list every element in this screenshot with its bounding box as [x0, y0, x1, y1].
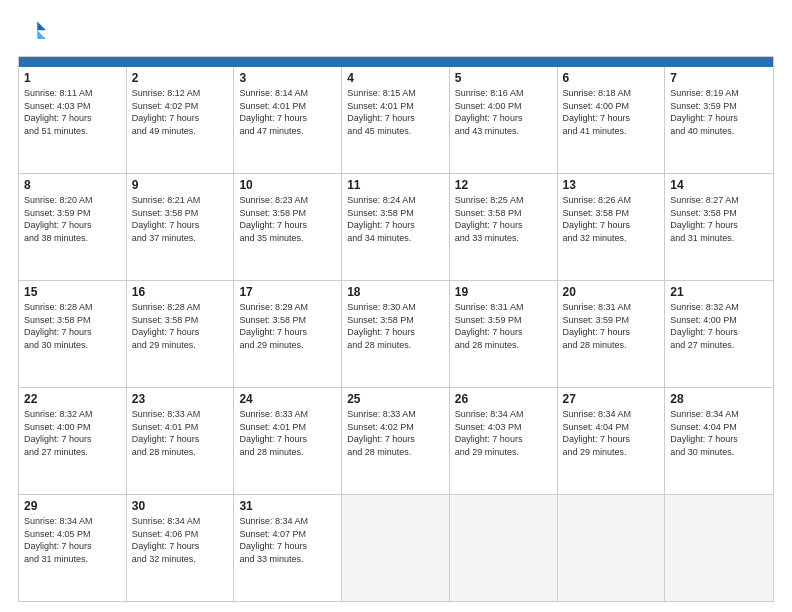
- table-row: 22 Sunrise: 8:32 AMSunset: 4:00 PMDaylig…: [19, 388, 127, 494]
- cell-info: Sunrise: 8:20 AMSunset: 3:59 PMDaylight:…: [24, 194, 121, 244]
- day-number: 21: [670, 285, 768, 299]
- table-row: 15 Sunrise: 8:28 AMSunset: 3:58 PMDaylig…: [19, 281, 127, 387]
- svg-marker-1: [37, 22, 46, 31]
- table-row: 28 Sunrise: 8:34 AMSunset: 4:04 PMDaylig…: [665, 388, 773, 494]
- cell-info: Sunrise: 8:11 AMSunset: 4:03 PMDaylight:…: [24, 87, 121, 137]
- table-row: 26 Sunrise: 8:34 AMSunset: 4:03 PMDaylig…: [450, 388, 558, 494]
- table-row: 4 Sunrise: 8:15 AMSunset: 4:01 PMDayligh…: [342, 67, 450, 173]
- day-number: 1: [24, 71, 121, 85]
- cell-info: Sunrise: 8:32 AMSunset: 4:00 PMDaylight:…: [670, 301, 768, 351]
- header: [18, 18, 774, 46]
- table-row: [342, 495, 450, 601]
- table-row: 18 Sunrise: 8:30 AMSunset: 3:58 PMDaylig…: [342, 281, 450, 387]
- table-row: 17 Sunrise: 8:29 AMSunset: 3:58 PMDaylig…: [234, 281, 342, 387]
- day-number: 18: [347, 285, 444, 299]
- cell-info: Sunrise: 8:34 AMSunset: 4:04 PMDaylight:…: [563, 408, 660, 458]
- header-friday: [558, 57, 666, 67]
- day-number: 11: [347, 178, 444, 192]
- cell-info: Sunrise: 8:28 AMSunset: 3:58 PMDaylight:…: [132, 301, 229, 351]
- day-number: 7: [670, 71, 768, 85]
- cell-info: Sunrise: 8:33 AMSunset: 4:02 PMDaylight:…: [347, 408, 444, 458]
- week-row-2: 8 Sunrise: 8:20 AMSunset: 3:59 PMDayligh…: [19, 174, 773, 281]
- day-number: 22: [24, 392, 121, 406]
- day-number: 28: [670, 392, 768, 406]
- table-row: 19 Sunrise: 8:31 AMSunset: 3:59 PMDaylig…: [450, 281, 558, 387]
- cell-info: Sunrise: 8:33 AMSunset: 4:01 PMDaylight:…: [239, 408, 336, 458]
- logo: [18, 18, 50, 46]
- header-sunday: [19, 57, 127, 67]
- table-row: 6 Sunrise: 8:18 AMSunset: 4:00 PMDayligh…: [558, 67, 666, 173]
- week-row-1: 1 Sunrise: 8:11 AMSunset: 4:03 PMDayligh…: [19, 67, 773, 174]
- table-row: 9 Sunrise: 8:21 AMSunset: 3:58 PMDayligh…: [127, 174, 235, 280]
- day-number: 12: [455, 178, 552, 192]
- day-number: 9: [132, 178, 229, 192]
- table-row: 1 Sunrise: 8:11 AMSunset: 4:03 PMDayligh…: [19, 67, 127, 173]
- cell-info: Sunrise: 8:33 AMSunset: 4:01 PMDaylight:…: [132, 408, 229, 458]
- cell-info: Sunrise: 8:32 AMSunset: 4:00 PMDaylight:…: [24, 408, 121, 458]
- table-row: 12 Sunrise: 8:25 AMSunset: 3:58 PMDaylig…: [450, 174, 558, 280]
- table-row: 20 Sunrise: 8:31 AMSunset: 3:59 PMDaylig…: [558, 281, 666, 387]
- table-row: 14 Sunrise: 8:27 AMSunset: 3:58 PMDaylig…: [665, 174, 773, 280]
- week-row-5: 29 Sunrise: 8:34 AMSunset: 4:05 PMDaylig…: [19, 495, 773, 601]
- table-row: 3 Sunrise: 8:14 AMSunset: 4:01 PMDayligh…: [234, 67, 342, 173]
- table-row: 29 Sunrise: 8:34 AMSunset: 4:05 PMDaylig…: [19, 495, 127, 601]
- table-row: 11 Sunrise: 8:24 AMSunset: 3:58 PMDaylig…: [342, 174, 450, 280]
- cell-info: Sunrise: 8:23 AMSunset: 3:58 PMDaylight:…: [239, 194, 336, 244]
- day-number: 13: [563, 178, 660, 192]
- cell-info: Sunrise: 8:29 AMSunset: 3:58 PMDaylight:…: [239, 301, 336, 351]
- header-wednesday: [342, 57, 450, 67]
- day-number: 10: [239, 178, 336, 192]
- day-number: 25: [347, 392, 444, 406]
- table-row: 10 Sunrise: 8:23 AMSunset: 3:58 PMDaylig…: [234, 174, 342, 280]
- day-number: 23: [132, 392, 229, 406]
- day-number: 15: [24, 285, 121, 299]
- cell-info: Sunrise: 8:18 AMSunset: 4:00 PMDaylight:…: [563, 87, 660, 137]
- day-number: 26: [455, 392, 552, 406]
- table-row: 13 Sunrise: 8:26 AMSunset: 3:58 PMDaylig…: [558, 174, 666, 280]
- cell-info: Sunrise: 8:31 AMSunset: 3:59 PMDaylight:…: [455, 301, 552, 351]
- table-row: 30 Sunrise: 8:34 AMSunset: 4:06 PMDaylig…: [127, 495, 235, 601]
- calendar: 1 Sunrise: 8:11 AMSunset: 4:03 PMDayligh…: [18, 56, 774, 602]
- cell-info: Sunrise: 8:25 AMSunset: 3:58 PMDaylight:…: [455, 194, 552, 244]
- page: 1 Sunrise: 8:11 AMSunset: 4:03 PMDayligh…: [0, 0, 792, 612]
- cell-info: Sunrise: 8:34 AMSunset: 4:05 PMDaylight:…: [24, 515, 121, 565]
- cell-info: Sunrise: 8:24 AMSunset: 3:58 PMDaylight:…: [347, 194, 444, 244]
- day-number: 8: [24, 178, 121, 192]
- table-row: 21 Sunrise: 8:32 AMSunset: 4:00 PMDaylig…: [665, 281, 773, 387]
- cell-info: Sunrise: 8:16 AMSunset: 4:00 PMDaylight:…: [455, 87, 552, 137]
- table-row: 16 Sunrise: 8:28 AMSunset: 3:58 PMDaylig…: [127, 281, 235, 387]
- cell-info: Sunrise: 8:34 AMSunset: 4:07 PMDaylight:…: [239, 515, 336, 565]
- table-row: 24 Sunrise: 8:33 AMSunset: 4:01 PMDaylig…: [234, 388, 342, 494]
- day-number: 14: [670, 178, 768, 192]
- table-row: 27 Sunrise: 8:34 AMSunset: 4:04 PMDaylig…: [558, 388, 666, 494]
- header-saturday: [665, 57, 773, 67]
- table-row: [450, 495, 558, 601]
- cell-info: Sunrise: 8:28 AMSunset: 3:58 PMDaylight:…: [24, 301, 121, 351]
- table-row: 8 Sunrise: 8:20 AMSunset: 3:59 PMDayligh…: [19, 174, 127, 280]
- table-row: 23 Sunrise: 8:33 AMSunset: 4:01 PMDaylig…: [127, 388, 235, 494]
- cell-info: Sunrise: 8:30 AMSunset: 3:58 PMDaylight:…: [347, 301, 444, 351]
- day-number: 16: [132, 285, 229, 299]
- cell-info: Sunrise: 8:15 AMSunset: 4:01 PMDaylight:…: [347, 87, 444, 137]
- cell-info: Sunrise: 8:27 AMSunset: 3:58 PMDaylight:…: [670, 194, 768, 244]
- cell-info: Sunrise: 8:21 AMSunset: 3:58 PMDaylight:…: [132, 194, 229, 244]
- cell-info: Sunrise: 8:34 AMSunset: 4:04 PMDaylight:…: [670, 408, 768, 458]
- day-number: 19: [455, 285, 552, 299]
- day-number: 3: [239, 71, 336, 85]
- table-row: [665, 495, 773, 601]
- header-thursday: [450, 57, 558, 67]
- calendar-header: [19, 57, 773, 67]
- day-number: 29: [24, 499, 121, 513]
- day-number: 24: [239, 392, 336, 406]
- day-number: 20: [563, 285, 660, 299]
- cell-info: Sunrise: 8:14 AMSunset: 4:01 PMDaylight:…: [239, 87, 336, 137]
- table-row: 25 Sunrise: 8:33 AMSunset: 4:02 PMDaylig…: [342, 388, 450, 494]
- header-tuesday: [234, 57, 342, 67]
- day-number: 2: [132, 71, 229, 85]
- table-row: 5 Sunrise: 8:16 AMSunset: 4:00 PMDayligh…: [450, 67, 558, 173]
- day-number: 30: [132, 499, 229, 513]
- week-row-4: 22 Sunrise: 8:32 AMSunset: 4:00 PMDaylig…: [19, 388, 773, 495]
- cell-info: Sunrise: 8:34 AMSunset: 4:03 PMDaylight:…: [455, 408, 552, 458]
- day-number: 6: [563, 71, 660, 85]
- week-row-3: 15 Sunrise: 8:28 AMSunset: 3:58 PMDaylig…: [19, 281, 773, 388]
